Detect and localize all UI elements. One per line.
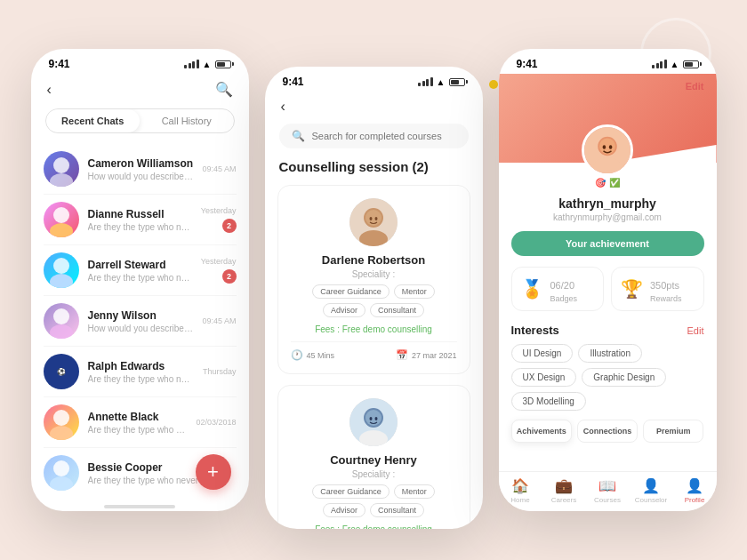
tags-1: Career Guidance Mentor Advisor Consultan… [291, 284, 457, 317]
clock-icon: 🕐 [291, 349, 303, 361]
careers-nav-label: Careers [551, 496, 576, 504]
chat-item-dianne[interactable]: Dianne Russell Are they the type who nev… [44, 195, 237, 245]
search-bar[interactable]: 🔍 [279, 124, 469, 148]
specialty-label-1: Speciality : [291, 269, 457, 279]
tag-consultant-2: Consultant [370, 503, 424, 517]
counselor-name-2: Courtney Henry [291, 453, 457, 467]
chat-item-jenny[interactable]: Jenny Wilson How would you describe your… [44, 296, 237, 347]
avatar-svg-darrell [44, 252, 79, 288]
fab-button[interactable]: + [196, 454, 231, 490]
counselor-avatar-svg-1 [349, 198, 398, 246]
svg-point-8 [53, 410, 69, 426]
home-bar-1 [104, 505, 175, 508]
stat-card-rewards: 🏆 350pts Rewards [611, 267, 704, 311]
chat-item-ralph[interactable]: ⚽ Ralph Edwards Are they the type who ne… [44, 347, 237, 397]
avatar-svg-dianne [44, 202, 79, 237]
duration-item-1: 🕐 45 Mins [291, 349, 335, 361]
interest-ux-design[interactable]: UX Design [511, 368, 577, 387]
tag-advisor: Advisor [323, 303, 365, 317]
nav-home[interactable]: 🏠 Home [499, 477, 542, 504]
chat-time-darrell: Yesterday [201, 257, 237, 266]
profile-body: kathryn_murphy kathrynmurphy@gmail.com Y… [499, 163, 717, 443]
search-input[interactable] [312, 131, 456, 141]
badges-label: Badges [550, 294, 578, 303]
nav-careers[interactable]: 💼 Careers [542, 477, 586, 504]
profile-nav-label: Profile [685, 496, 705, 504]
profile-avatar-svg [584, 124, 631, 176]
avatar-bessie [44, 455, 79, 491]
chat-item-cameron[interactable]: Cameron Williamson How would you describ… [44, 144, 237, 195]
chat-time-jenny: 09:45 AM [202, 316, 236, 325]
status-icons-2: ▲ [418, 77, 464, 87]
chat-info-ralph: Ralph Edwards Are they the type who neve… [88, 360, 194, 384]
svg-point-1 [50, 173, 73, 187]
search-button[interactable]: 🔍 [215, 81, 233, 98]
counselor-nav-label: Counselor [635, 496, 667, 504]
signal-icon-3 [652, 60, 667, 68]
chat-name-ralph: Ralph Edwards [88, 360, 194, 372]
chat-name-annette: Annette Black [88, 411, 188, 423]
interest-3d-modelling[interactable]: 3D Modelling [511, 392, 586, 411]
svg-point-22 [370, 417, 373, 420]
interest-graphic-design[interactable]: Graphic Design [582, 368, 666, 387]
counselor-card-2[interactable]: Courtney Henry Speciality : Career Guida… [277, 385, 470, 529]
profile-edit-link[interactable]: Edit [686, 81, 704, 92]
tab-connections[interactable]: Connections [577, 420, 638, 443]
chat-meta-annette: 02/03/2018 [196, 418, 236, 427]
chat-name-darrell: Darrell Steward [88, 259, 192, 271]
tab-call-history[interactable]: Call History [140, 109, 234, 132]
svg-point-4 [53, 258, 69, 274]
back-button[interactable]: ‹ [47, 82, 52, 98]
signal-icon [184, 60, 199, 68]
avatar-svg-annette [44, 404, 79, 440]
phone-chat: 9:41 ▲ ‹ 🔍 Recent Chats Call History [31, 49, 249, 511]
chat-meta-ralph: Thursday [203, 367, 237, 376]
tab-achievements[interactable]: Achivements [511, 420, 572, 443]
svg-point-16 [370, 217, 373, 220]
nav-counselor[interactable]: 👤 Counselor [630, 477, 673, 504]
chat-info-jenny: Jenny Wilson How would you describe your… [88, 309, 194, 333]
profile-avatar-container: 🎯 ✅ [582, 124, 633, 188]
chat-info-annette: Annette Black Are they the type who neve… [88, 411, 188, 435]
nav-profile[interactable]: 👤 Profile [673, 477, 717, 504]
chat-header: ‹ 🔍 [31, 74, 249, 108]
counselor-card-1[interactable]: Darlene Robertson Speciality : Career Gu… [277, 185, 470, 374]
chat-name-dianne: Dianne Russell [88, 208, 192, 220]
stat-card-badges: 🏅 06/20 Badges [511, 267, 605, 311]
tab-bar: Recent Chats Call History [45, 108, 235, 133]
counselor-avatar-svg-2 [349, 398, 398, 446]
interest-ui-design[interactable]: UI Design [511, 344, 574, 363]
tag-consultant: Consultant [370, 303, 424, 317]
interest-illustration[interactable]: Illustration [578, 344, 642, 363]
svg-point-27 [599, 139, 615, 155]
date-text-1: 27 mar 2021 [412, 351, 457, 360]
tab-recent-chats[interactable]: Recent Chats [46, 109, 141, 132]
badge-icons: 🎯 ✅ [582, 178, 633, 188]
interests-header: Interests Edit [511, 324, 704, 337]
chat-item-darrell[interactable]: Darrell Steward Are they the type who ne… [44, 245, 237, 296]
status-icons-3: ▲ [652, 60, 698, 69]
chat-preview-dianne: Are they the type who never mis... [88, 222, 192, 232]
nav-courses[interactable]: 📖 Courses [586, 477, 630, 504]
chat-preview-jenny: How would you describe yourself.. [88, 324, 194, 333]
avatar-dianne [44, 202, 79, 237]
date-item-1: 📅 27 mar 2021 [396, 349, 457, 361]
chat-name-cameron: Cameron Williamson [88, 157, 194, 170]
interests-edit-link[interactable]: Edit [687, 325, 704, 336]
svg-point-26 [593, 157, 622, 176]
fee-text-1: Fees : Free demo counselling [291, 324, 457, 334]
status-bar-3: 9:41 ▲ [499, 49, 717, 74]
tab-premium[interactable]: Premium [643, 420, 703, 443]
svg-point-2 [53, 207, 69, 223]
chat-item-annette[interactable]: Annette Black Are they the type who neve… [44, 397, 237, 448]
signal-icon-2 [418, 77, 433, 86]
stat-info-rewards: 350pts Rewards [650, 275, 682, 303]
tag-career-guidance-2: Career Guidance [312, 484, 390, 499]
profile-hero: Edit 🎯 ✅ [499, 74, 717, 163]
rewards-unit: pts [666, 280, 679, 291]
back-button-2[interactable]: ‹ [281, 99, 285, 115]
chat-time-ralph: Thursday [203, 367, 237, 376]
battery-icon-2 [449, 78, 465, 86]
badge-dianne: 2 [222, 219, 237, 233]
achievement-button[interactable]: Your achievement [511, 231, 704, 256]
